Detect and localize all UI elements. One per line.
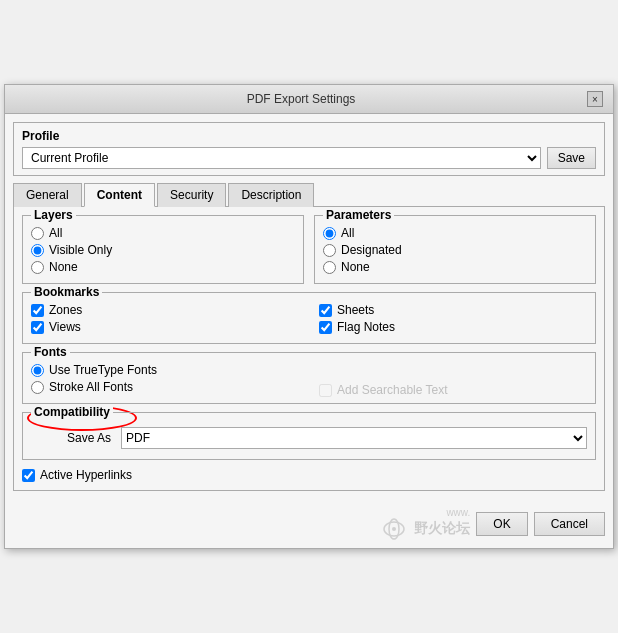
bookmarks-zones-row: Zones xyxy=(31,303,299,317)
params-none-radio[interactable] xyxy=(323,261,336,274)
profile-row: Current Profile Save xyxy=(22,147,596,169)
bookmarks-group: Bookmarks Zones Views xyxy=(22,292,596,344)
parameters-content: All Designated None xyxy=(323,226,587,274)
profile-label: Profile xyxy=(22,129,596,143)
bookmarks-zones-label: Zones xyxy=(49,303,82,317)
layers-none-label: None xyxy=(49,260,78,274)
compatibility-content: Save As PDF xyxy=(31,423,587,453)
layers-group: Layers All Visible Only None xyxy=(22,215,304,284)
layers-title: Layers xyxy=(31,208,76,222)
parameters-group: Parameters All Designated None xyxy=(314,215,596,284)
fonts-truetype-label: Use TrueType Fonts xyxy=(49,363,157,377)
bookmarks-right: Sheets Flag Notes xyxy=(319,303,587,337)
bookmarks-flagnotes-check[interactable] xyxy=(319,321,332,334)
compatibility-title: Compatibility xyxy=(31,405,113,419)
layers-all-row: All xyxy=(31,226,295,240)
profile-save-button[interactable]: Save xyxy=(547,147,596,169)
params-none-row: None xyxy=(323,260,587,274)
layers-none-radio[interactable] xyxy=(31,261,44,274)
cancel-button[interactable]: Cancel xyxy=(534,512,605,536)
layers-content: All Visible Only None xyxy=(31,226,295,274)
bookmarks-views-label: Views xyxy=(49,320,81,334)
layers-parameters-row: Layers All Visible Only None xyxy=(22,215,596,284)
watermark-logo: 野火论坛 xyxy=(378,518,470,540)
profile-section: Profile Current Profile Save xyxy=(13,122,605,176)
fonts-content: Use TrueType Fonts Stroke All Fonts Add … xyxy=(31,363,587,397)
fonts-truetype-radio[interactable] xyxy=(31,364,44,377)
hyperlinks-check[interactable] xyxy=(22,469,35,482)
fonts-stroke-radio[interactable] xyxy=(31,381,44,394)
fonts-title: Fonts xyxy=(31,345,70,359)
params-all-radio[interactable] xyxy=(323,227,336,240)
pdf-export-dialog: PDF Export Settings × Profile Current Pr… xyxy=(4,84,614,549)
bookmarks-sheets-row: Sheets xyxy=(319,303,587,317)
watermark-text: 野火论坛 xyxy=(414,520,470,538)
bookmarks-title: Bookmarks xyxy=(31,285,102,299)
bookmarks-views-check[interactable] xyxy=(31,321,44,334)
compatibility-group: Compatibility Save As PDF xyxy=(22,412,596,460)
fonts-left: Use TrueType Fonts Stroke All Fonts xyxy=(31,363,299,397)
add-searchable-check[interactable] xyxy=(319,384,332,397)
watermark-icon xyxy=(378,518,410,540)
bookmarks-sheets-label: Sheets xyxy=(337,303,374,317)
title-bar: PDF Export Settings × xyxy=(5,85,613,114)
layers-visible-row: Visible Only xyxy=(31,243,295,257)
bookmarks-views-row: Views xyxy=(31,320,299,334)
fonts-stroke-row: Stroke All Fonts xyxy=(31,380,299,394)
bookmarks-flagnotes-label: Flag Notes xyxy=(337,320,395,334)
fonts-row: Use TrueType Fonts Stroke All Fonts Add … xyxy=(31,363,587,397)
tab-general[interactable]: General xyxy=(13,183,82,207)
dialog-body: Profile Current Profile Save General Con… xyxy=(5,114,613,499)
watermark-url: www. xyxy=(446,507,470,518)
bookmarks-flagnotes-row: Flag Notes xyxy=(319,320,587,334)
tabs-bar: General Content Security Description xyxy=(13,182,605,207)
tab-security[interactable]: Security xyxy=(157,183,226,207)
bookmarks-left: Zones Views xyxy=(31,303,299,337)
params-designated-label: Designated xyxy=(341,243,402,257)
save-as-label: Save As xyxy=(31,431,111,445)
tab-description[interactable]: Description xyxy=(228,183,314,207)
params-none-label: None xyxy=(341,260,370,274)
fonts-truetype-row: Use TrueType Fonts xyxy=(31,363,299,377)
params-designated-radio[interactable] xyxy=(323,244,336,257)
compat-row: Save As PDF xyxy=(31,423,587,453)
bottom-bar: www. 野火论坛 OK Cancel xyxy=(5,499,613,548)
layers-visible-radio[interactable] xyxy=(31,244,44,257)
fonts-group: Fonts Use TrueType Fonts S xyxy=(22,352,596,404)
bookmarks-cols: Zones Views Sheets xyxy=(31,303,587,337)
layers-all-label: All xyxy=(49,226,62,240)
layers-visible-label: Visible Only xyxy=(49,243,112,257)
layers-none-row: None xyxy=(31,260,295,274)
tab-content-panel: Layers All Visible Only None xyxy=(13,207,605,491)
layers-all-radio[interactable] xyxy=(31,227,44,240)
params-all-row: All xyxy=(323,226,587,240)
bookmarks-zones-check[interactable] xyxy=(31,304,44,317)
save-as-select[interactable]: PDF xyxy=(121,427,587,449)
ok-button[interactable]: OK xyxy=(476,512,527,536)
watermark: www. 野火论坛 xyxy=(378,507,470,540)
params-designated-row: Designated xyxy=(323,243,587,257)
hyperlinks-row: Active Hyperlinks xyxy=(22,468,596,482)
parameters-title: Parameters xyxy=(323,208,394,222)
close-button[interactable]: × xyxy=(587,91,603,107)
bookmarks-sheets-check[interactable] xyxy=(319,304,332,317)
params-all-label: All xyxy=(341,226,354,240)
fonts-right: Add Searchable Text xyxy=(319,363,587,397)
svg-point-2 xyxy=(392,527,396,531)
add-searchable-row: Add Searchable Text xyxy=(319,383,448,397)
add-searchable-label: Add Searchable Text xyxy=(337,383,448,397)
fonts-stroke-label: Stroke All Fonts xyxy=(49,380,133,394)
profile-select[interactable]: Current Profile xyxy=(22,147,541,169)
tab-content[interactable]: Content xyxy=(84,183,155,207)
dialog-title: PDF Export Settings xyxy=(15,92,587,106)
bookmarks-content: Zones Views Sheets xyxy=(31,303,587,337)
hyperlinks-label: Active Hyperlinks xyxy=(40,468,132,482)
